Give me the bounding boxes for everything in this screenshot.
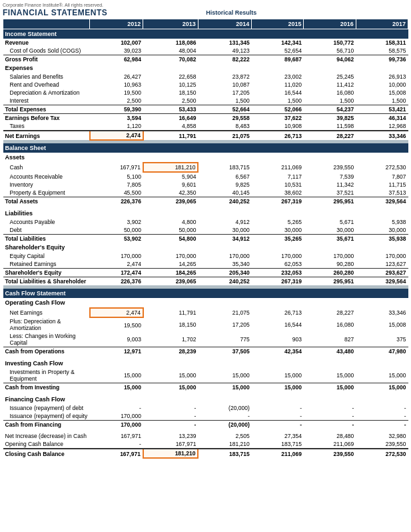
row-label: Gross Profit [3,55,90,64]
table-cell: 15,000 [143,368,199,383]
row-label: Cash from Financing [3,421,90,429]
table-cell: - [143,412,199,421]
table-cell: 170,000 [252,252,304,260]
table-cell: 16,080 [304,89,356,97]
table-cell: 118,086 [143,39,199,47]
row-label: Total Expenses [3,105,90,114]
table-cell: 15,000 [143,383,199,392]
table-cell: 2,500 [143,97,199,105]
row-label: Taxes [3,122,90,131]
table-cell: 375 [356,332,408,347]
table-cell: 99,736 [356,55,408,64]
row-label: Total Liabilities [3,235,90,243]
data-row: Depreciation & Amortization19,50018,1501… [3,89,408,97]
data-row: Total Liabilities & Shareholder226,37623… [3,277,408,286]
main-header: FINANCIAL STATEMENTS Historical Results [3,8,408,17]
table-cell: 272,530 [356,163,408,172]
table-cell: 775 [198,332,251,347]
table-cell: 21,075 [198,308,251,317]
data-row: Cash from Operations12,97128,23937,50542… [3,347,408,356]
table-cell: 40,145 [198,189,251,197]
table-cell: 4,912 [198,218,251,226]
table-cell: 18,150 [143,89,199,97]
table-cell: 58,575 [356,47,408,55]
data-row: Shareholder's Equity172,474184,265205,34… [3,269,408,277]
data-row: Closing Cash Balance167,971181,210183,71… [3,449,408,458]
column-header-row: 2012 2013 2014 2015 2016 2017 [3,19,408,29]
table-cell: 28,227 [304,131,356,140]
table-cell: 42,354 [252,347,304,356]
subsection-label: Assets [3,153,408,163]
table-cell: 226,376 [90,277,143,286]
table-cell: 82,222 [198,55,251,64]
col-2017: 2017 [356,19,408,29]
table-cell: 62,053 [252,260,304,269]
table-cell: 22,658 [143,73,199,81]
table-cell: 1,500 [252,97,304,105]
table-cell: 2,500 [90,97,143,105]
table-cell: 211,069 [252,449,304,458]
row-label: Accounts Payable [3,218,90,226]
data-row: Accounts Payable3,9024,8004,9125,2655,67… [3,218,408,226]
data-row: Earnings Before Tax3,59416,64929,55837,6… [3,114,408,123]
subsection-header-row: Investing Cash Flow [3,359,408,368]
table-cell: 43,480 [304,347,356,356]
table-cell: 37,505 [198,347,251,356]
table-cell: 46,314 [356,114,408,123]
table-cell: 184,265 [143,269,199,277]
table-cell: 15,000 [304,368,356,383]
data-row: Gross Profit62,98470,08282,22289,68794,0… [3,55,408,64]
table-cell: 4,858 [143,122,199,131]
table-cell: - [252,412,304,421]
table-cell: 10,087 [198,81,251,89]
table-cell: 226,376 [90,197,143,206]
table-cell: 167,971 [143,440,199,449]
table-cell: 142,341 [252,39,304,47]
table-cell: 16,544 [252,89,304,97]
table-cell: 2,474 [90,308,143,317]
table-cell: 15,000 [252,383,304,392]
row-label: Revenue [3,39,90,47]
table-cell: 14,265 [143,260,199,269]
table-cell: 10,963 [90,81,143,89]
section-header-row: Income Statement [3,29,408,39]
subsection-label: Financing Cash Flow [3,395,408,404]
row-label: Rent and Overhead [3,81,90,89]
col-2015: 2015 [252,19,304,29]
table-cell: 123,627 [356,260,408,269]
table-cell: (20,000) [198,421,251,429]
table-cell: 45,500 [90,189,143,197]
row-label: Closing Cash Balance [3,449,90,458]
table-cell: 26,713 [252,308,304,317]
table-cell: - [304,412,356,421]
table-cell: 1,500 [356,97,408,105]
table-cell: 26,713 [252,131,304,140]
table-cell: 52,066 [252,105,304,114]
table-cell: 329,564 [356,277,408,286]
data-row: Revenue102,007118,086131,345142,341150,7… [3,39,408,47]
row-label: Cash from Operations [3,347,90,356]
table-cell: 23,002 [252,73,304,81]
table-cell: 4,800 [143,218,199,226]
subsection-label: Expenses [3,63,408,73]
table-cell: 26,913 [356,73,408,81]
table-cell: 18,150 [143,317,199,332]
table-cell: 2,474 [90,131,143,140]
table-cell: 205,340 [198,269,251,277]
data-row: Less: Changes in Working Capital9,0031,7… [3,332,408,347]
table-cell: 240,252 [198,197,251,206]
col-2014: 2014 [198,19,251,29]
table-cell: 9,003 [90,332,143,347]
data-row: Retained Earnings2,47414,26535,34062,053… [3,260,408,269]
table-cell: 102,007 [90,39,143,47]
table-cell: 9,825 [198,181,251,189]
table-cell: - [356,404,408,412]
table-cell: 15,000 [198,383,251,392]
data-row: Cash from Investing15,00015,00015,00015,… [3,383,408,392]
table-cell: 10,531 [252,181,304,189]
table-cell: 1,500 [304,97,356,105]
row-label: Accounts Receivable [3,172,90,181]
data-row: Total Assets226,376239,065240,252267,319… [3,197,408,206]
table-cell: 239,065 [143,277,199,286]
row-label: Total Assets [3,197,90,206]
